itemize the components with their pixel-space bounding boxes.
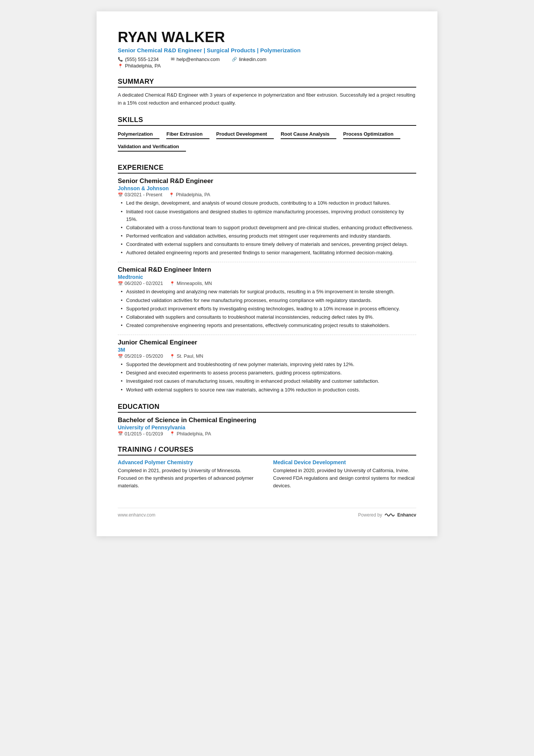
phone-contact: (555) 555-1234: [118, 56, 159, 62]
skill-validation: Validation and Verification: [118, 142, 186, 152]
training-title-2: Medical Device Development: [273, 459, 416, 465]
resume-header: RYAN WALKER Senior Chemical R&D Engineer…: [118, 30, 416, 69]
job-1: Senior Chemical R&D Engineer Johnson & J…: [118, 177, 416, 257]
training-title-1: Advanced Polymer Chemistry: [118, 459, 261, 465]
job-1-location: Philadelphia, PA: [169, 192, 210, 197]
skills-heading: SKILLS: [118, 116, 416, 126]
cal-icon-3: [118, 354, 123, 359]
experience-section: EXPERIENCE Senior Chemical R&D Engineer …: [118, 164, 416, 393]
bullet: Performed verification and validation ac…: [121, 232, 416, 240]
skill-polymerization: Polymerization: [118, 130, 159, 139]
training-text-1: Completed in 2021, provided by Universit…: [118, 467, 261, 490]
job-3-location: St. Paul, MN: [170, 354, 203, 359]
bullet: Supported the development and troublesho…: [121, 361, 416, 368]
skill-process-optimization: Process Optimization: [343, 130, 400, 139]
education-heading: EDUCATION: [118, 403, 416, 413]
edu-meta: 01/2015 - 01/2019 Philadelphia, PA: [118, 431, 416, 437]
job-3-bullets: Supported the development and troublesho…: [118, 361, 416, 394]
skills-section: SKILLS Polymerization Fiber Extrusion Pr…: [118, 116, 416, 155]
job-3: Junior Chemical Engineer 3M 05/2019 - 05…: [118, 339, 416, 394]
powered-by-label: Powered by: [358, 512, 382, 518]
cal-icon-2: [118, 281, 123, 286]
bullet: Investigated root causes of manufacturin…: [121, 377, 416, 385]
job-2-dates: 06/2020 - 02/2021: [118, 281, 163, 286]
education-section: EDUCATION Bachelor of Science in Chemica…: [118, 403, 416, 437]
bullet: Collaborated with a cross-functional tea…: [121, 224, 416, 232]
job-2-company: Medtronic: [118, 274, 416, 280]
bullet: Collaborated with suppliers and consulta…: [121, 313, 416, 321]
resume-page: RYAN WALKER Senior Chemical R&D Engineer…: [97, 11, 437, 536]
edu-degree: Bachelor of Science in Chemical Engineer…: [118, 416, 416, 424]
location-row: Philadelphia, PA: [118, 63, 416, 69]
job-2: Chemical R&D Engineer Intern Medtronic 0…: [118, 266, 416, 329]
job-3-dates: 05/2019 - 05/2020: [118, 354, 163, 359]
job-1-dates: 03/2021 - Present: [118, 192, 162, 197]
enhancv-logo-icon: [384, 512, 395, 518]
job-3-title: Junior Chemical Engineer: [118, 339, 416, 346]
resume-footer: www.enhancv.com Powered by Enhancv: [118, 508, 416, 518]
email-icon: [171, 56, 175, 62]
summary-text: A dedicated Chemical R&D Engineer with 3…: [118, 91, 416, 107]
bullet: Authored detailed engineering reports an…: [121, 249, 416, 257]
brand-name: Enhancv: [397, 512, 416, 518]
summary-heading: SUMMARY: [118, 78, 416, 88]
edu-location: Philadelphia, PA: [170, 431, 211, 437]
job-1-bullets: Led the design, development, and analysi…: [118, 199, 416, 257]
phone-icon: [118, 57, 123, 62]
map-icon-1: [169, 193, 174, 197]
skill-root-cause-analysis: Root Cause Analysis: [281, 130, 336, 139]
bullet: Conducted validation activities for new …: [121, 297, 416, 304]
training-section: TRAINING / COURSES Advanced Polymer Chem…: [118, 446, 416, 490]
link-icon: [232, 57, 237, 62]
skill-fiber-extrusion: Fiber Extrusion: [166, 130, 209, 139]
exp-divider-1: [118, 262, 416, 262]
training-item-2: Medical Device Development Completed in …: [273, 459, 416, 490]
job-2-meta: 06/2020 - 02/2021 Minneapolis, MN: [118, 281, 416, 286]
cal-icon-1: [118, 193, 123, 197]
job-1-meta: 03/2021 - Present Philadelphia, PA: [118, 192, 416, 197]
job-3-meta: 05/2019 - 05/2020 St. Paul, MN: [118, 354, 416, 359]
training-item-1: Advanced Polymer Chemistry Completed in …: [118, 459, 261, 490]
bullet: Supported product improvement efforts by…: [121, 305, 416, 313]
linkedin-url: linkedin.com: [239, 56, 266, 62]
skills-list: Polymerization Fiber Extrusion Product D…: [118, 130, 416, 155]
job-1-title: Senior Chemical R&D Engineer: [118, 177, 416, 185]
job-1-company: Johnson & Johnson: [118, 185, 416, 191]
edu-dates: 01/2015 - 01/2019: [118, 431, 163, 437]
summary-section: SUMMARY A dedicated Chemical R&D Enginee…: [118, 78, 416, 107]
cal-icon-edu: [118, 431, 123, 436]
exp-divider-2: [118, 335, 416, 335]
bullet: Worked with external suppliers to source…: [121, 386, 416, 394]
email-contact: help@enhancv.com: [171, 56, 220, 62]
edu-school: University of Pennsylvania: [118, 424, 416, 430]
candidate-title: Senior Chemical R&D Engineer | Surgical …: [118, 47, 416, 53]
bullet: Designed and executed experiments to ass…: [121, 369, 416, 377]
training-heading: TRAINING / COURSES: [118, 446, 416, 455]
job-2-location: Minneapolis, MN: [170, 281, 212, 286]
bullet: Coordinated with external suppliers and …: [121, 241, 416, 248]
contact-row: (555) 555-1234 help@enhancv.com linkedin…: [118, 56, 416, 62]
map-icon: [118, 63, 123, 69]
footer-brand: Powered by Enhancv: [358, 512, 416, 518]
training-grid: Advanced Polymer Chemistry Completed in …: [118, 459, 416, 490]
email-address: help@enhancv.com: [176, 56, 220, 62]
map-icon-2: [170, 281, 175, 286]
map-icon-edu: [170, 431, 175, 436]
footer-website: www.enhancv.com: [118, 512, 155, 518]
skill-product-development: Product Development: [216, 130, 274, 139]
bullet: Initiated root cause investigations and …: [121, 208, 416, 223]
experience-heading: EXPERIENCE: [118, 164, 416, 174]
map-icon-3: [170, 354, 175, 359]
phone-number: (555) 555-1234: [125, 56, 159, 62]
location-text: Philadelphia, PA: [125, 63, 161, 69]
bullet: Created comprehensive engineering report…: [121, 322, 416, 329]
training-text-2: Completed in 2020, provided by Universit…: [273, 467, 416, 490]
job-3-company: 3M: [118, 347, 416, 353]
bullet: Led the design, development, and analysi…: [121, 199, 416, 207]
linkedin-contact: linkedin.com: [232, 56, 266, 62]
bullet: Assisted in developing and analyzing new…: [121, 288, 416, 296]
candidate-name: RYAN WALKER: [118, 30, 416, 45]
job-2-bullets: Assisted in developing and analyzing new…: [118, 288, 416, 329]
job-2-title: Chemical R&D Engineer Intern: [118, 266, 416, 274]
